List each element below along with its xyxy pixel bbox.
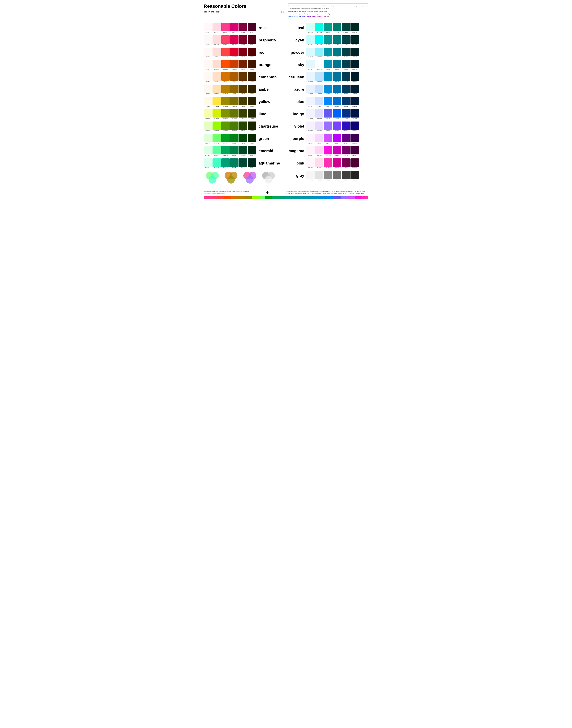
swatch (221, 60, 230, 68)
swatch-col: #F7F1FF (306, 122, 314, 131)
swatch-label: #009F78 (223, 167, 228, 168)
color-name-sky: sky (289, 63, 304, 67)
swatch-label: #0089FC (326, 105, 331, 107)
swatch-label: #007A7B (335, 44, 339, 45)
color-row-chartreuse: #E5FFC3#98FB00#5C9B00#497C00#264500#1826… (204, 122, 283, 131)
swatch-label: #FFDDDF (214, 44, 219, 45)
swatch-label: #E8F6FF (308, 81, 313, 82)
swatch-label: #FF2FB2 (326, 167, 330, 168)
swatch-col: #401600 (248, 60, 256, 70)
bottom-bar-segment (361, 196, 368, 199)
swatch (213, 146, 221, 154)
swatch-label: #C6E0FF (317, 93, 322, 94)
bottom-bar-segment (259, 196, 266, 199)
swatch-label: #0B0074 (352, 130, 357, 131)
swatch-label: #F7FFAC (205, 118, 210, 119)
swatch-label: #FF4647 (223, 56, 228, 58)
swatch-label: #BB01FE (335, 142, 339, 144)
swatch (213, 23, 221, 31)
swatch-label: #510018 (250, 44, 254, 45)
swatch-label: #D5F200 (214, 118, 219, 119)
swatch-col: #0092C5 (324, 72, 333, 82)
swatch-label: #463D00 (241, 105, 245, 107)
swatch-col: #72FF6C (213, 134, 221, 144)
swatch (315, 85, 324, 93)
swatch (204, 72, 212, 81)
swatch (333, 35, 341, 44)
swatch-col: #5DFFA2 (213, 146, 221, 156)
swatch-label: #00FAFB (317, 44, 321, 45)
swatch-label: #0098A9 (326, 56, 330, 58)
swatch-label: #003B5E (344, 93, 348, 94)
swatch (342, 146, 350, 154)
swatch-col: #004825 (239, 146, 247, 156)
main-content: #FFF7F9#FFDCE5#FF3B8D#DB0072#800040#4C00… (204, 23, 368, 186)
swatch-label: #B98300 (223, 93, 228, 94)
swatch-col: #FFF7F9 (204, 23, 212, 33)
swatch (351, 85, 359, 93)
swatch-col: #FFF8EF (204, 85, 212, 94)
swatch (213, 122, 221, 130)
right-panel: teal#D7FFF7#00FFE4#009E8C#007C6E#00443C#… (289, 23, 368, 186)
swatch-col: #0071AF (333, 85, 341, 94)
swatch (248, 122, 256, 130)
color-row-indigo: indigo#F3F3FF#DEDDFF#6557EF#0061FC#00328… (289, 109, 368, 119)
color-name-orange: orange (259, 63, 276, 67)
swatch-label: #00999A (326, 44, 330, 45)
swatch-col: #800040 (239, 23, 247, 33)
swatch (315, 158, 324, 167)
color-name-cinnamon: cinnamon (259, 75, 277, 79)
bottom-bar-segment (334, 196, 341, 199)
color-name-emerald: emerald (259, 149, 276, 153)
swatches-magenta: #FFF3FC#FFD7F6#F911E0#CA00B6#740068#4400… (306, 146, 359, 156)
swatch (239, 109, 247, 118)
swatch-col: #002227 (351, 48, 359, 58)
swatch-col: #D5F200 (213, 109, 221, 119)
swatch-label: #00A21F (223, 142, 228, 144)
footer-link[interactable]: https://www.reasonable.work/colors (204, 193, 225, 194)
color-name-raspberry: raspberry (259, 38, 276, 43)
swatch-col: #001649 (351, 109, 359, 119)
swatch-col: #182600 (248, 122, 256, 131)
swatch-label: #FFF7FB (308, 167, 313, 168)
swatch-label: #FFD7F6 (317, 155, 322, 156)
swatch (230, 60, 238, 68)
swatch-label: #8B8B8B (326, 179, 330, 180)
swatch-col: #002812 (248, 146, 256, 156)
color-row-raspberry: #FFF8F8#FFDDDF#FF426C#DE0051#82002C#5100… (204, 35, 283, 45)
swatch-label: #FFE0B2 (214, 93, 219, 94)
swatch (324, 134, 332, 142)
swatch-col: #E8F6FF (306, 72, 315, 82)
swatch-col: #001A39 (351, 97, 359, 107)
swatch (306, 122, 314, 130)
swatch-col: #062800 (248, 134, 256, 144)
swatch-label: #9C8B00 (223, 105, 228, 107)
github-icon[interactable]: ⚙ (266, 190, 269, 195)
swatch-label: #008147 (232, 155, 236, 156)
swatch-label: #FFDCE5 (214, 32, 219, 33)
swatch-label: #00FFE4 (317, 32, 322, 33)
swatch (324, 122, 332, 130)
swatch-label: #FFF8F6 (206, 56, 210, 58)
swatch-col: #006DCA (333, 97, 341, 107)
swatch-label: #9B70FF (326, 130, 331, 131)
swatch (230, 23, 238, 31)
swatches-cinnamon: #FFF8F3#FFDFC6#D57300#AC5C00#633300#371D… (204, 72, 256, 82)
swatches-yellow: #FFF9E5#FFE53E#9C8B00#7D6F00#463D00#2923… (204, 97, 256, 107)
swatch (351, 35, 359, 44)
swatch-label: #E3F7FF (308, 69, 313, 70)
swatch (221, 109, 230, 118)
swatch (221, 122, 230, 130)
swatch (213, 109, 221, 118)
header-description: Reasonable Colors is an open-source colo… (288, 3, 368, 19)
swatch-col: #F6F6F6 (306, 171, 314, 180)
swatch (213, 97, 221, 105)
swatch-col: #4C0023 (248, 23, 256, 33)
swatch (221, 72, 230, 81)
bottom-bar-segment (217, 196, 224, 199)
swatch (306, 35, 314, 44)
swatch (324, 85, 332, 93)
swatch-col: #DAFAFF (306, 48, 314, 58)
swatch-col: #002525 (351, 35, 359, 45)
swatch (306, 171, 314, 179)
